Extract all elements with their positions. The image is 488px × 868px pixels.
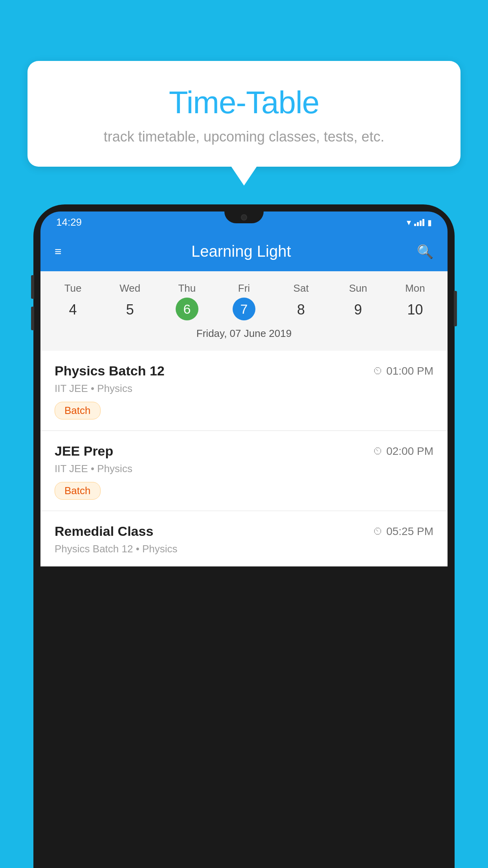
schedule-item-1-header: Physics Batch 12 ⏲ 01:00 PM [55,363,433,379]
speech-bubble: Time-Table track timetable, upcoming cla… [28,61,460,167]
speech-bubble-subtitle: track timetable, upcoming classes, tests… [47,129,441,145]
schedule-item-3[interactable]: Remedial Class ⏲ 05:25 PM Physics Batch … [40,511,448,566]
signal-bar-1 [414,224,416,226]
day-6-today[interactable]: 6 [158,298,215,322]
phone-screen: ≡ Learning Light 🔍 Tue Wed Thu Fri Sat S… [40,232,448,566]
schedule-item-2-subtitle: IIT JEE • Physics [55,463,433,475]
selected-date-label: Friday, 07 June 2019 [40,322,448,347]
day-7-selected[interactable]: 7 [215,298,272,322]
schedule-item-3-title: Remedial Class [55,524,153,539]
schedule-item-2[interactable]: JEE Prep ⏲ 02:00 PM IIT JEE • Physics Ba… [40,431,448,511]
phone-mockup: 14:29 ▾ ▮ ≡ Learning Light 🔍 [33,204,455,868]
volume-down-button[interactable] [31,307,34,330]
day-headers: Tue Wed Thu Fri Sat Sun Mon [40,279,448,298]
day-header-sun: Sun [330,279,387,298]
schedule-item-1-time: ⏲ 01:00 PM [373,365,433,377]
power-button[interactable] [454,291,457,326]
clock-icon-1: ⏲ [373,365,383,377]
hamburger-menu-icon[interactable]: ≡ [55,245,62,258]
signal-bar-3 [420,221,422,226]
schedule-item-1-subtitle: IIT JEE • Physics [55,383,433,395]
schedule-item-1[interactable]: Physics Batch 12 ⏲ 01:00 PM IIT JEE • Ph… [40,351,448,431]
day-header-tue: Tue [44,279,101,298]
day-header-wed: Wed [101,279,158,298]
speech-bubble-container: Time-Table track timetable, upcoming cla… [28,61,460,167]
schedule-item-2-time: ⏲ 02:00 PM [373,445,433,458]
clock-icon-3: ⏲ [373,525,383,537]
app-bar: ≡ Learning Light 🔍 [40,232,448,271]
day-header-thu: Thu [158,279,215,298]
speech-bubble-title: Time-Table [47,85,441,121]
app-bar-title: Learning Light [66,243,417,260]
status-bar: 14:29 ▾ ▮ [40,211,448,232]
day-numbers: 4 5 6 7 8 9 10 [40,298,448,322]
day-10[interactable]: 10 [387,298,444,322]
clock-icon-2: ⏲ [373,445,383,457]
front-camera [241,214,247,221]
day-header-fri: Fri [215,279,272,298]
schedule-item-3-subtitle: Physics Batch 12 • Physics [55,543,433,555]
signal-bar-4 [422,219,424,226]
status-icons: ▾ ▮ [407,217,432,228]
schedule-list: Physics Batch 12 ⏲ 01:00 PM IIT JEE • Ph… [40,351,448,566]
phone-outer: 14:29 ▾ ▮ ≡ Learning Light 🔍 [33,204,455,868]
status-time: 14:29 [56,216,82,228]
wifi-icon: ▾ [407,217,411,228]
search-icon[interactable]: 🔍 [417,244,433,259]
day-9[interactable]: 9 [330,298,387,322]
day-5[interactable]: 5 [101,298,158,322]
calendar-strip: Tue Wed Thu Fri Sat Sun Mon 4 5 6 7 [40,271,448,351]
volume-up-button[interactable] [31,275,34,299]
battery-icon: ▮ [427,218,432,227]
schedule-item-3-header: Remedial Class ⏲ 05:25 PM [55,524,433,539]
day-8[interactable]: 8 [273,298,330,322]
batch-badge-1: Batch [55,402,101,419]
schedule-item-1-title: Physics Batch 12 [55,363,165,379]
signal-icon [414,219,424,226]
day-header-sat: Sat [273,279,330,298]
schedule-item-2-header: JEE Prep ⏲ 02:00 PM [55,443,433,459]
day-header-mon: Mon [387,279,444,298]
batch-badge-2: Batch [55,482,101,500]
day-number-6: 6 [176,298,198,320]
phone-notch [224,211,264,223]
schedule-item-3-time: ⏲ 05:25 PM [373,525,433,538]
signal-bar-2 [417,222,419,226]
schedule-item-2-title: JEE Prep [55,443,113,459]
day-number-7: 7 [233,298,255,320]
day-4[interactable]: 4 [44,298,101,322]
